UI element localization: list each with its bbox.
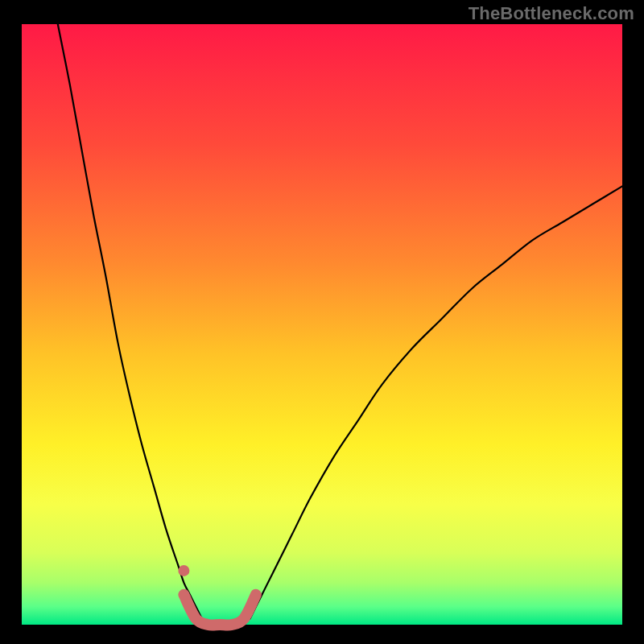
floor-highlight-dot	[178, 565, 189, 576]
plot-background	[22, 24, 622, 625]
chart-frame: TheBottleneck.com	[0, 0, 644, 644]
bottleneck-chart	[0, 0, 644, 644]
